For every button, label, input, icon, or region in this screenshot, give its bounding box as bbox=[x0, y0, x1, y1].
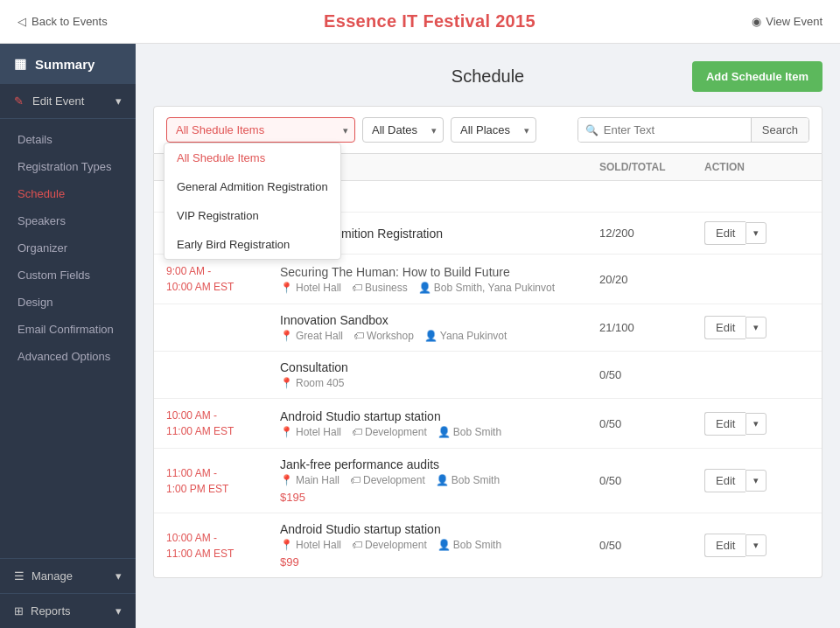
sidebar-item-design[interactable]: Design bbox=[0, 289, 136, 316]
grid-icon: ▦ bbox=[14, 56, 26, 72]
add-schedule-item-button[interactable]: Add Schedule Item bbox=[692, 61, 822, 92]
dropdown-item-vip[interactable]: VIP Registration bbox=[164, 201, 340, 230]
page-title: Schedule bbox=[293, 66, 682, 87]
item-price: $195 bbox=[280, 491, 599, 504]
meta-category: 🏷 Workshop bbox=[354, 330, 414, 342]
time-cell: 11:00 AM -1:00 PM EST bbox=[166, 465, 280, 497]
item-price: $99 bbox=[280, 555, 599, 569]
meta-speaker: 👤 Yana Pukinvot bbox=[424, 330, 508, 342]
places-select[interactable]: All Places bbox=[451, 117, 536, 143]
dates-select[interactable]: All Dates bbox=[362, 117, 444, 143]
edit-button[interactable]: Edit bbox=[704, 221, 746, 245]
dropdown-item-early-bird[interactable]: Early Bird Registration bbox=[164, 230, 340, 259]
edit-button[interactable]: Edit bbox=[704, 534, 746, 557]
sidebar: ▦ Summary ✎ Edit Event ▾ Details Registr… bbox=[0, 44, 136, 628]
reports-icon: ⊞ bbox=[14, 604, 24, 618]
sidebar-item-speakers[interactable]: Speakers bbox=[0, 207, 136, 234]
item-meta: 📍 Room 405 bbox=[280, 377, 599, 389]
sidebar-reports[interactable]: ⊞ Reports ▾ bbox=[0, 593, 136, 628]
item-meta: 📍 Hotel Hall 🏷 Development 👤 Bob Smith bbox=[280, 426, 599, 438]
item-info: Jank-free performance audits 📍 Main Hall… bbox=[280, 457, 599, 504]
header-action: Action bbox=[704, 161, 809, 173]
sidebar-item-details[interactable]: Details bbox=[0, 126, 136, 153]
content-header: Schedule Add Schedule Item bbox=[153, 61, 822, 92]
top-bar: ◁ Back to Events Essence IT Festival 201… bbox=[0, 0, 840, 44]
item-title: Innovation Sandbox bbox=[280, 313, 599, 327]
table-row: Innovation Sandbox 📍 Great Hall 🏷 Worksh… bbox=[154, 304, 822, 352]
item-title: Android Studio startup station bbox=[280, 409, 599, 423]
places-filter[interactable]: All Places bbox=[451, 117, 536, 143]
person-icon: 👤 bbox=[438, 426, 451, 438]
pencil-icon: ✎ bbox=[14, 94, 24, 108]
search-input[interactable] bbox=[604, 123, 744, 136]
main-content: Schedule Add Schedule Item All Shedule I… bbox=[136, 44, 840, 628]
meta-location: 📍 Main Hall bbox=[280, 474, 340, 486]
edit-caret-button[interactable]: ▾ bbox=[746, 317, 766, 338]
view-event-link[interactable]: ◉ View Event bbox=[752, 15, 822, 28]
edit-button[interactable]: Edit bbox=[704, 469, 746, 492]
sidebar-item-registration-types[interactable]: Registration Types bbox=[0, 153, 136, 180]
table-row: 9:00 AM -10:00 AM EST Securing The Human… bbox=[154, 255, 822, 304]
back-to-events-link[interactable]: ◁ Back to Events bbox=[18, 15, 108, 28]
sold-cell: 12/200 bbox=[599, 227, 704, 240]
sidebar-item-custom-fields[interactable]: Custom Fields bbox=[0, 262, 136, 289]
meta-category: 🏷 Development bbox=[352, 539, 427, 551]
table-row: 10:00 AM -11:00 AM EST Android Studio st… bbox=[154, 513, 822, 577]
sidebar-item-advanced-options[interactable]: Advanced Options bbox=[0, 343, 136, 370]
edit-button[interactable]: Edit bbox=[704, 316, 746, 339]
tag-icon: 🏷 bbox=[350, 474, 360, 486]
edit-caret-button[interactable]: ▾ bbox=[746, 470, 766, 492]
location-icon: 📍 bbox=[280, 330, 293, 342]
time-cell: 9:00 AM -10:00 AM EST bbox=[166, 263, 280, 295]
manage-label: Manage bbox=[32, 569, 73, 583]
item-title: Jank-free performance audits bbox=[280, 457, 599, 471]
sidebar-item-email-confirmation[interactable]: Email Confirmation bbox=[0, 316, 136, 343]
action-cell: Edit ▾ bbox=[704, 412, 809, 436]
schedule-items-filter[interactable]: All Shedule Items General Admition Regis… bbox=[166, 117, 355, 143]
location-icon: 📍 bbox=[280, 474, 293, 486]
item-info: Innovation Sandbox 📍 Great Hall 🏷 Worksh… bbox=[280, 313, 599, 342]
search-button[interactable]: Search bbox=[751, 118, 808, 142]
item-info: Android Studio startup station 📍 Hotel H… bbox=[280, 409, 599, 438]
sold-cell: 0/50 bbox=[599, 417, 704, 430]
action-cell: Edit ▾ bbox=[704, 469, 809, 492]
location-icon: 📍 bbox=[280, 426, 293, 438]
meta-location: 📍 Room 405 bbox=[280, 377, 344, 389]
chevron-down-icon: ▾ bbox=[116, 94, 122, 108]
search-box: 🔍 Search bbox=[578, 117, 809, 143]
item-title: Android Studio startup station bbox=[280, 522, 599, 536]
item-meta: 📍 Hotel Hall 🏷 Development 👤 Bob Smith bbox=[280, 539, 599, 551]
table-row: 11:00 AM -1:00 PM EST Jank-free performa… bbox=[154, 449, 822, 513]
sidebar-item-organizer[interactable]: Organizer bbox=[0, 234, 136, 262]
location-icon: 📍 bbox=[280, 282, 293, 294]
action-cell: Edit ▾ bbox=[704, 221, 809, 245]
edit-caret-button[interactable]: ▾ bbox=[746, 222, 766, 244]
filters-container: All Shedule Items General Admition Regis… bbox=[153, 106, 822, 578]
person-icon: 👤 bbox=[418, 282, 431, 294]
search-input-wrap: 🔍 bbox=[578, 118, 751, 142]
reports-chevron-icon: ▾ bbox=[116, 604, 122, 618]
search-icon: 🔍 bbox=[585, 124, 598, 136]
sidebar-item-schedule[interactable]: Schedule bbox=[0, 180, 136, 207]
meta-location: 📍 Hotel Hall bbox=[280, 282, 341, 294]
edit-caret-button[interactable]: ▾ bbox=[746, 413, 766, 435]
sidebar-item-summary[interactable]: ▦ Summary bbox=[0, 44, 136, 84]
eye-icon: ◉ bbox=[752, 15, 761, 28]
meta-speaker: 👤 Bob Smith, Yana Pukinvot bbox=[418, 282, 555, 294]
manage-chevron-icon: ▾ bbox=[116, 569, 122, 583]
sold-cell: 21/100 bbox=[599, 321, 704, 334]
dropdown-item-all[interactable]: All Shedule Items bbox=[164, 143, 340, 172]
sidebar-edit-event[interactable]: ✎ Edit Event ▾ bbox=[0, 84, 136, 119]
edit-button[interactable]: Edit bbox=[704, 412, 746, 436]
sidebar-manage[interactable]: ☰ Manage ▾ bbox=[0, 558, 136, 593]
dates-filter[interactable]: All Dates bbox=[362, 117, 444, 143]
meta-speaker: 👤 Bob Smith bbox=[438, 539, 501, 551]
dropdown-item-general[interactable]: General Admition Registration bbox=[164, 172, 340, 201]
tag-icon: 🏷 bbox=[352, 282, 362, 294]
meta-speaker: 👤 Bob Smith bbox=[436, 474, 500, 486]
meta-category: 🏷 Development bbox=[352, 426, 427, 438]
edit-caret-button[interactable]: ▾ bbox=[746, 534, 766, 556]
back-label: Back to Events bbox=[32, 15, 108, 28]
schedule-items-select[interactable]: All Shedule Items General Admition Regis… bbox=[166, 117, 355, 143]
sold-cell: 0/50 bbox=[599, 539, 704, 552]
